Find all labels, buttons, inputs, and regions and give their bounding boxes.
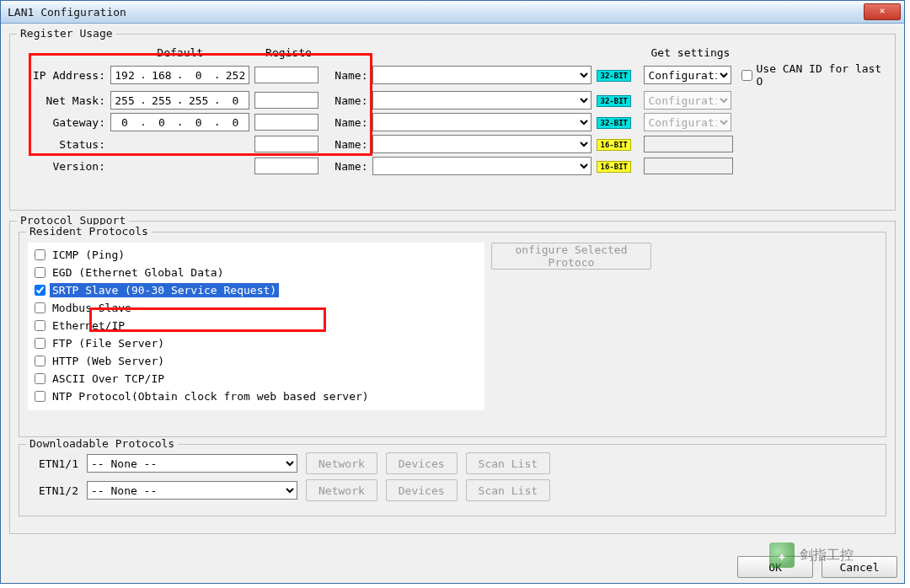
mask-register-field[interactable] (254, 92, 318, 109)
status-register-field[interactable] (254, 136, 318, 152)
gw-oct-3[interactable] (185, 116, 212, 129)
protocol-checkbox[interactable] (35, 338, 46, 349)
mask-oct-3[interactable] (185, 94, 212, 107)
version-register-field[interactable] (254, 158, 318, 174)
version-name-label: Name: (324, 155, 370, 177)
ip-name-label: Name: (324, 61, 370, 89)
network-button: Network (306, 479, 377, 501)
dialog-window: LAN1 Configuration ✕ Register Usage Defa… (0, 0, 905, 584)
status-name-label: Name: (324, 133, 370, 155)
protocol-support-group: Protocol Support Resident Protocols ICMP… (9, 221, 896, 534)
protocol-item[interactable]: ASCII Over TCP/IP (33, 370, 479, 388)
protocol-label: Modbus Slave (50, 301, 134, 315)
mask-name-combo[interactable] (372, 91, 592, 110)
protocol-item[interactable]: ICMP (Ping) (33, 246, 479, 264)
header-default: Default (108, 45, 252, 61)
watermark-icon: ✦ (769, 543, 795, 568)
mask-oct-1[interactable] (111, 94, 138, 107)
protocol-item[interactable]: HTTP (Web Server) (33, 352, 479, 370)
use-can-id-label: Use CAN ID for last O (756, 62, 884, 88)
downloadable-row: ETN1/2-- None --NetworkDevicesScan List (28, 477, 877, 504)
version-config-field (644, 158, 733, 174)
protocol-label: NTP Protocol(Obtain clock from web based… (50, 389, 372, 404)
status-config-field (644, 136, 733, 152)
ip-oct-3[interactable] (185, 69, 212, 82)
resident-protocols-group: Resident Protocols ICMP (Ping)EGD (Ether… (19, 232, 886, 437)
protocol-checkbox[interactable] (35, 302, 46, 313)
network-button: Network (306, 452, 377, 474)
ip-oct-1[interactable] (111, 69, 138, 82)
gw-oct-2[interactable] (148, 116, 175, 129)
ip-bits-badge: 32-BIT (597, 70, 631, 82)
netmask-label: Net Mask: (19, 89, 108, 111)
downloadable-combo[interactable]: -- None -- (87, 481, 297, 500)
scanlist-button: Scan List (466, 452, 550, 474)
protocol-label: ICMP (Ping) (50, 248, 127, 262)
ip-config-combo[interactable]: Configuratio (644, 66, 731, 84)
mask-oct-4[interactable] (222, 94, 249, 107)
protocol-item[interactable]: EGD (Ethernet Global Data) (33, 264, 479, 281)
close-icon: ✕ (880, 5, 886, 16)
version-name-combo[interactable] (372, 157, 592, 175)
gateway-input[interactable]: . . . (110, 113, 249, 131)
use-can-id-checkbox[interactable]: Use CAN ID for last O (741, 62, 884, 88)
ip-address-label: IP Address: (19, 61, 108, 89)
protocol-label: HTTP (Web Server) (50, 354, 167, 368)
ip-register-field[interactable] (254, 67, 318, 83)
watermark: ✦ 剑指工控 (769, 543, 854, 568)
close-button[interactable]: ✕ (864, 3, 901, 20)
protocol-checkbox[interactable] (35, 391, 46, 402)
protocol-label: ASCII Over TCP/IP (50, 372, 167, 386)
mask-oct-2[interactable] (148, 94, 175, 107)
watermark-text: 剑指工控 (800, 547, 854, 564)
ip-name-combo[interactable] (372, 66, 592, 84)
resident-protocols-legend: Resident Protocols (26, 225, 152, 238)
gw-register-field[interactable] (254, 114, 318, 131)
version-bits-badge: 16-BIT (597, 161, 631, 173)
protocol-item[interactable]: Ethernet/IP (33, 317, 479, 334)
protocol-item[interactable]: NTP Protocol(Obtain clock from web based… (33, 388, 479, 405)
titlebar: LAN1 Configuration ✕ (1, 1, 904, 24)
header-registe: Registe (252, 45, 324, 61)
ip-oct-2[interactable] (148, 69, 175, 82)
downloadable-combo[interactable]: -- None -- (87, 454, 297, 473)
gw-oct-4[interactable] (222, 116, 249, 129)
register-usage-legend: Register Usage (17, 27, 116, 40)
window-title: LAN1 Configuration (8, 6, 864, 19)
mask-config-combo: Configuratio (644, 91, 731, 110)
status-label: Status: (19, 133, 108, 155)
gateway-label: Gateway: (19, 111, 108, 133)
protocol-checkbox[interactable] (35, 267, 46, 278)
scanlist-button: Scan List (466, 479, 550, 501)
gw-name-combo[interactable] (372, 113, 592, 131)
gw-oct-1[interactable] (111, 116, 138, 129)
gw-name-label: Name: (324, 111, 370, 133)
protocol-item[interactable]: SRTP Slave (90-30 Service Request) (33, 281, 479, 299)
version-label: Version: (19, 155, 108, 177)
devices-button: Devices (386, 479, 458, 501)
downloadable-label: ETN1/1 (36, 457, 78, 470)
protocol-list[interactable]: ICMP (Ping)EGD (Ethernet Global Data)SRT… (28, 243, 484, 410)
ip-oct-4[interactable] (222, 69, 249, 82)
devices-button: Devices (386, 452, 458, 474)
protocol-label: EGD (Ethernet Global Data) (50, 265, 227, 280)
downloadable-protocols-legend: Downloadable Protocols (26, 437, 178, 450)
protocol-checkbox[interactable] (35, 249, 46, 260)
status-name-combo[interactable] (372, 135, 592, 153)
gw-bits-badge: 32-BIT (597, 117, 631, 129)
protocol-checkbox[interactable] (35, 355, 46, 366)
gw-config-combo: Configuratio (644, 113, 731, 131)
netmask-input[interactable]: . . . (110, 91, 249, 110)
header-get-settings: Get settings (641, 45, 739, 61)
downloadable-label: ETN1/2 (36, 484, 78, 497)
ip-address-input[interactable]: . . . (110, 66, 249, 84)
protocol-item[interactable]: FTP (File Server) (33, 334, 479, 352)
protocol-label: FTP (File Server) (50, 336, 167, 350)
protocol-checkbox[interactable] (35, 373, 46, 384)
mask-bits-badge: 32-BIT (597, 95, 631, 107)
protocol-checkbox[interactable] (35, 285, 46, 296)
protocol-label: SRTP Slave (90-30 Service Request) (50, 283, 279, 297)
configure-protocol-button: onfigure Selected Protoco (491, 243, 651, 270)
protocol-item[interactable]: Modbus Slave (33, 299, 479, 317)
protocol-checkbox[interactable] (35, 320, 46, 331)
